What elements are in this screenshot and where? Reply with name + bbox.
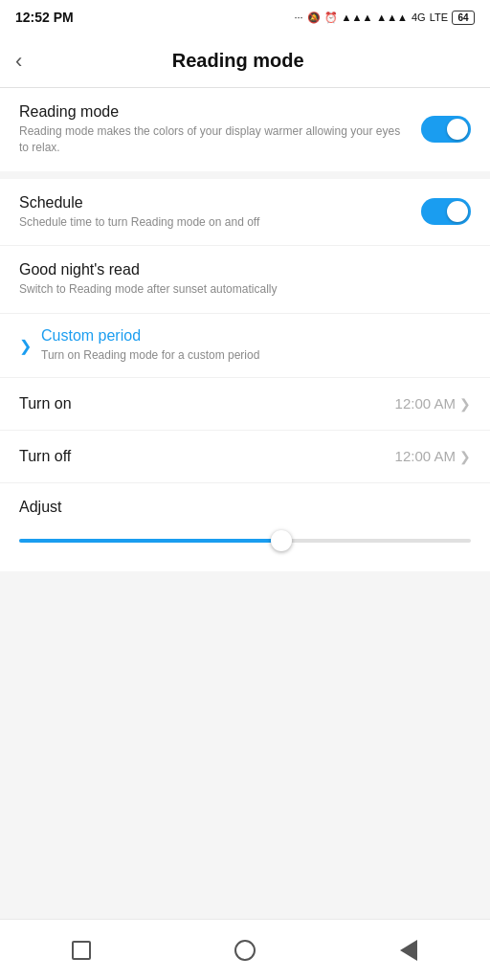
status-icons: ··· 🔕 ⏰ ▲▲▲ ▲▲▲ 4G LTE 64 xyxy=(294,11,475,25)
turn-off-label: Turn off xyxy=(19,448,71,465)
custom-period-text: Custom period Turn on Reading mode for a… xyxy=(41,327,471,364)
toggle-knob xyxy=(447,119,468,140)
battery-indicator: 64 xyxy=(452,11,475,25)
header: ‹ Reading mode xyxy=(0,34,490,88)
turn-off-value-group: 12:00 AM ❯ xyxy=(395,448,471,464)
nav-square-button[interactable] xyxy=(58,927,104,973)
adjust-row: Adjust xyxy=(0,483,490,571)
custom-period-title: Custom period xyxy=(41,327,456,345)
slider-thumb[interactable] xyxy=(271,530,292,551)
adjust-label: Adjust xyxy=(19,499,471,516)
turn-on-row[interactable]: Turn on 12:00 AM ❯ xyxy=(0,378,490,431)
custom-period-row[interactable]: ❯ Custom period Turn on Reading mode for… xyxy=(0,314,490,378)
custom-period-desc: Turn on Reading mode for a custom period xyxy=(41,347,456,364)
reading-mode-desc: Reading mode makes the colors of your di… xyxy=(19,123,406,156)
turn-off-row[interactable]: Turn off 12:00 AM ❯ xyxy=(0,431,490,483)
slider-track xyxy=(19,539,471,543)
circle-icon xyxy=(234,940,256,961)
turn-off-chevron: ❯ xyxy=(459,449,471,464)
turn-on-label: Turn on xyxy=(19,395,72,412)
square-icon xyxy=(72,941,91,960)
schedule-toggle[interactable] xyxy=(421,198,471,225)
schedule-title: Schedule xyxy=(19,194,406,212)
slider-fill xyxy=(19,539,281,543)
turn-on-value-group: 12:00 AM ❯ xyxy=(395,395,471,412)
status-time: 12:52 PM xyxy=(15,10,74,25)
turn-off-time: 12:00 AM xyxy=(395,448,456,464)
bottom-nav xyxy=(0,919,490,980)
alarm-icon: ⏰ xyxy=(324,11,338,24)
reading-mode-group: Reading mode Reading mode makes the colo… xyxy=(0,88,490,171)
turn-on-chevron: ❯ xyxy=(459,396,471,412)
page-title: Reading mode xyxy=(33,50,442,72)
schedule-row: Schedule Schedule time to turn Reading m… xyxy=(0,179,490,247)
lte-label: LTE xyxy=(430,11,448,23)
turn-on-time: 12:00 AM xyxy=(395,395,456,412)
good-night-desc: Switch to Reading mode after sunset auto… xyxy=(19,281,471,298)
schedule-text: Schedule Schedule time to turn Reading m… xyxy=(19,194,421,231)
schedule-group: Schedule Schedule time to turn Reading m… xyxy=(0,179,490,571)
good-night-row: Good night's read Switch to Reading mode… xyxy=(0,246,490,314)
reading-mode-toggle[interactable] xyxy=(421,116,471,143)
signal-icon: ▲▲▲ xyxy=(342,11,373,23)
schedule-toggle-knob xyxy=(447,201,468,222)
back-button[interactable]: ‹ xyxy=(15,51,22,72)
status-bar: 12:52 PM ··· 🔕 ⏰ ▲▲▲ ▲▲▲ 4G LTE 64 xyxy=(0,0,490,34)
signal2-icon: ▲▲▲ xyxy=(376,11,408,23)
custom-period-chevron: ❯ xyxy=(19,337,32,355)
nav-back-button[interactable] xyxy=(386,927,432,973)
gray-area xyxy=(0,579,490,790)
reading-mode-text: Reading mode Reading mode makes the colo… xyxy=(19,103,421,156)
settings-content: Reading mode Reading mode makes the colo… xyxy=(0,88,490,919)
network-label: 4G xyxy=(412,11,426,23)
mute-icon: 🔕 xyxy=(307,11,321,24)
reading-mode-title: Reading mode xyxy=(19,103,406,121)
good-night-title: Good night's read xyxy=(19,261,471,278)
reading-mode-row: Reading mode Reading mode makes the colo… xyxy=(0,88,490,171)
ellipsis-icon: ··· xyxy=(294,11,302,23)
schedule-desc: Schedule time to turn Reading mode on an… xyxy=(19,214,406,231)
nav-home-button[interactable] xyxy=(222,927,268,973)
triangle-icon xyxy=(400,940,417,961)
good-night-text: Good night's read Switch to Reading mode… xyxy=(19,261,471,298)
adjust-slider[interactable] xyxy=(19,529,471,552)
